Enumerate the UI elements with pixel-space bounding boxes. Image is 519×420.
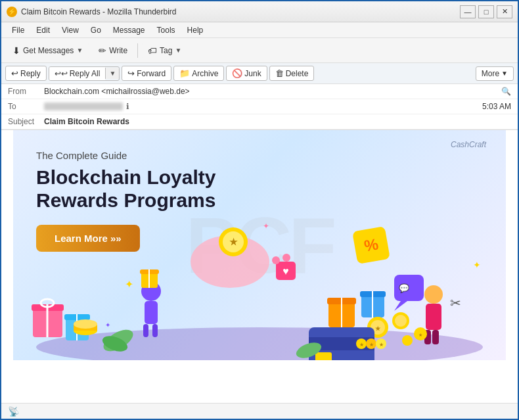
title-bar-controls: — □ ✕ [460,5,512,18]
write-button[interactable]: ✏ Write [93,43,133,58]
close-button[interactable]: ✕ [497,5,512,18]
forward-button[interactable]: ↪ Forward [122,66,171,81]
svg-marker-35 [394,301,407,311]
recipient-info-icon[interactable]: ℹ [126,102,129,111]
more-dropdown-icon: ▼ [501,70,508,77]
maximize-button[interactable]: □ [478,5,494,18]
reply-all-label: Reply All [70,69,101,78]
svg-text:✦: ✦ [105,321,110,329]
menu-view[interactable]: View [56,24,84,36]
reply-icon: ↩ [11,68,18,78]
write-label: Write [109,46,127,55]
status-bar: 📡 [1,403,518,419]
from-field: From Blockchain.com <michailrossia@web.d… [1,84,518,99]
get-messages-label: Get Messages [23,46,74,55]
reply-button[interactable]: ↩ Reply [5,66,47,81]
tag-button[interactable]: 🏷 Tag ▼ [142,43,187,58]
delete-label: Delete [286,69,309,78]
get-messages-dropdown-icon[interactable]: ▼ [76,47,83,54]
reply-all-dropdown[interactable]: ▼ [105,68,119,79]
reply-all-icon: ↩↩ [55,69,68,78]
delete-icon: 🗑 [275,68,284,78]
svg-text:✂: ✂ [450,296,461,310]
menu-message[interactable]: Message [108,24,150,36]
svg-text:♥: ♥ [282,266,289,277]
menu-bar: File Edit View Go Message Tools Help [1,22,518,38]
svg-point-58 [402,335,413,346]
svg-text:★: ★ [379,342,384,348]
svg-text:★: ★ [229,237,238,247]
email-banner: PCF CashCraft The Complete Guide Blockch… [13,130,506,360]
more-label: More [482,69,499,78]
menu-edit[interactable]: Edit [31,24,55,36]
to-field: To ℹ 5:03 AM [1,99,518,114]
junk-icon: 🚫 [232,68,242,78]
title-bar: ⚡ Claim Bitcoin Rewards - Mozilla Thunde… [1,1,518,22]
connection-icon: 📡 [8,406,19,417]
subject-label: Subject [8,117,44,126]
email-action-toolbar: ↩ Reply ↩↩ Reply All ▼ ↪ Forward 📁 Archi… [1,63,518,84]
svg-rect-54 [432,330,439,344]
get-messages-icon: ⬇ [12,45,20,56]
svg-text:✦: ✦ [125,279,133,290]
from-label: From [8,87,44,96]
archive-button[interactable]: 📁 Archive [173,66,224,81]
minimize-button[interactable]: — [460,5,476,18]
app-icon: ⚡ [7,7,17,17]
svg-point-24 [272,256,280,264]
svg-point-51 [424,285,443,304]
reply-all-button[interactable]: ↩↩ Reply All [49,67,106,80]
email-content: PCF CashCraft The Complete Guide Blockch… [13,130,506,360]
svg-text:✦: ✦ [473,260,481,270]
svg-text:💬: 💬 [399,283,410,294]
tag-label: Tag [160,46,172,55]
svg-point-25 [282,254,290,262]
svg-point-10 [74,319,97,329]
tag-icon: 🏷 [148,45,157,56]
forward-icon: ↪ [127,68,135,78]
to-label: To [8,102,44,111]
recipient-value [44,103,123,110]
svg-text:★: ★ [418,333,422,337]
svg-point-41 [395,315,407,327]
banner-illustration: ★ ♥ % [13,189,506,360]
app-window: ⚡ Claim Bitcoin Rewards - Mozilla Thunde… [0,0,519,420]
menu-file[interactable]: File [7,24,30,36]
email-time: 5:03 AM [482,102,511,111]
tag-dropdown-icon[interactable]: ▼ [175,47,181,54]
toolbar-divider [137,43,138,58]
delete-button[interactable]: 🗑 Delete [269,66,315,81]
get-messages-button[interactable]: ⬇ Get Messages ▼ [7,43,89,58]
svg-rect-13 [143,324,148,337]
svg-text:★: ★ [359,342,364,348]
menu-go[interactable]: Go [85,24,106,36]
svg-rect-44 [315,352,332,360]
cashcraft-logo: CashCraft [451,140,486,149]
sender-info-icon[interactable]: 🔍 [501,87,511,96]
svg-rect-12 [145,301,158,324]
email-body: PCF CashCraft The Complete Guide Blockch… [1,130,518,403]
svg-text:✦: ✦ [263,222,269,231]
svg-text:★: ★ [375,325,381,332]
banner-subtitle: The Complete Guide [36,150,483,161]
forward-label: Forward [137,69,166,78]
window-title: Claim Bitcoin Rewards - Mozilla Thunderb… [21,7,177,16]
reply-label: Reply [20,69,41,78]
write-icon: ✏ [99,45,106,56]
reply-all-split-button: ↩↩ Reply All ▼ [49,66,120,81]
from-value: Blockchain.com <michailrossia@web.de> [44,87,498,96]
junk-button[interactable]: 🚫 Junk [226,66,267,81]
archive-label: Archive [192,69,218,78]
more-button[interactable]: More ▼ [476,66,514,81]
junk-label: Junk [244,69,261,78]
menu-tools[interactable]: Tools [152,24,181,36]
archive-icon: 📁 [179,68,190,78]
toolbar: ⬇ Get Messages ▼ ✏ Write 🏷 Tag ▼ [1,38,518,63]
svg-rect-14 [152,324,158,337]
email-header: ↩ Reply ↩↩ Reply All ▼ ↪ Forward 📁 Archi… [1,63,518,130]
svg-text:★: ★ [369,342,374,348]
menu-help[interactable]: Help [182,24,209,36]
subject-value: Claim Bitcoin Rewards [44,117,511,126]
subject-field: Subject Claim Bitcoin Rewards [1,114,518,129]
title-bar-left: ⚡ Claim Bitcoin Rewards - Mozilla Thunde… [7,7,177,17]
